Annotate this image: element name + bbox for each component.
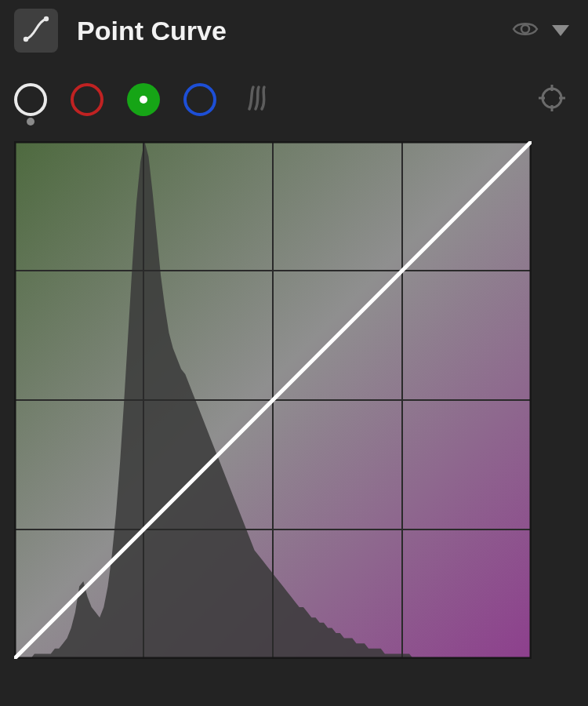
circle-icon [27,118,34,126]
svg-point-2 [521,25,529,33]
tone-curve-canvas[interactable] [14,141,532,659]
green-channel-button[interactable] [127,83,160,116]
svg-point-1 [44,16,49,21]
refine-swirl-icon [241,82,273,117]
svg-point-0 [24,37,28,42]
visibility-toggle[interactable] [510,15,541,46]
curve-icon [23,16,49,45]
targeted-adjustment-button[interactable] [535,82,569,117]
rgb-channel-button[interactable] [14,83,47,116]
channel-selector-row [14,66,574,133]
tone-curve-graph[interactable] [14,141,574,659]
panel-title: Point Curve [77,16,510,46]
selected-dot-icon [140,96,147,104]
svg-point-3 [543,89,561,107]
point-curve-panel: Point Curve [0,0,588,659]
panel-menu-dropdown[interactable] [552,25,569,36]
eye-icon [511,15,539,46]
refine-saturation-button[interactable] [240,82,274,117]
red-channel-button[interactable] [71,83,103,116]
target-adjust-icon [537,83,567,116]
blue-channel-button[interactable] [183,83,216,116]
point-curve-mode-button[interactable] [14,9,58,53]
panel-header: Point Curve [14,0,574,61]
